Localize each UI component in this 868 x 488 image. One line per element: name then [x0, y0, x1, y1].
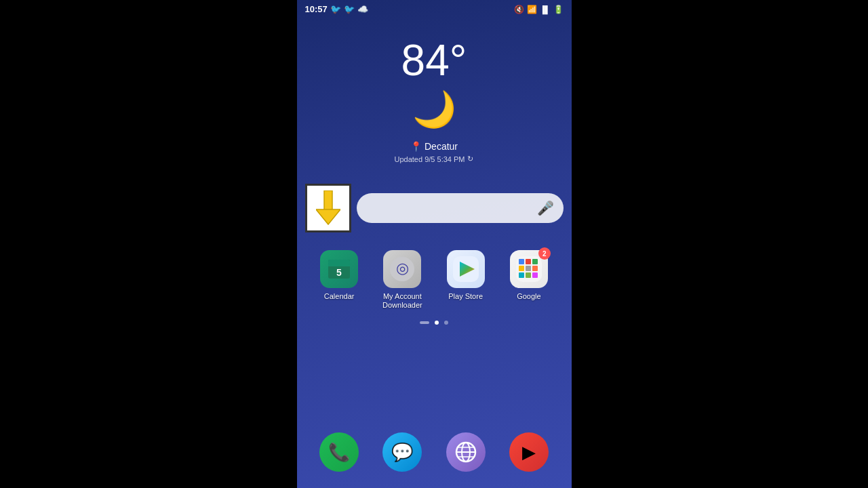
wifi-icon: 📶 — [527, 5, 537, 14]
svg-text:◎: ◎ — [396, 260, 409, 277]
down-arrow-icon — [316, 190, 340, 226]
svg-rect-4 — [328, 260, 350, 265]
google-label: Google — [517, 292, 540, 301]
svg-rect-11 — [519, 259, 524, 264]
svg-rect-13 — [532, 259, 538, 264]
search-row: 🎤 — [297, 177, 572, 239]
page-indicator — [297, 315, 572, 330]
weather-updated: Updated 9/5 5:34 PM ↻ — [395, 155, 474, 163]
app-item-calendar[interactable]: 5 Calendar — [315, 250, 363, 310]
search-bar[interactable]: 🎤 — [357, 193, 564, 223]
signal-icon: ▐▌ — [540, 5, 551, 14]
weather-location: 📍 Decatur — [410, 141, 458, 152]
status-bar: 10:57 🐦 🐦 ☁️ 🔇 📶 ▐▌ 🔋 — [297, 0, 572, 18]
svg-marker-1 — [316, 209, 340, 224]
dock-youtube[interactable]: ▶ — [509, 432, 549, 472]
messages-icon: 💬 — [391, 442, 413, 463]
svg-rect-12 — [526, 259, 531, 264]
calendar-icon: 5 — [320, 250, 358, 288]
location-pin-icon: 📍 — [410, 141, 422, 152]
updated-text: Updated 9/5 5:34 PM — [395, 155, 465, 163]
google-badge: 2 — [538, 247, 551, 260]
page-dot-active — [435, 321, 439, 325]
dock-messages[interactable]: 💬 — [382, 432, 422, 472]
phone-screen: 10:57 🐦 🐦 ☁️ 🔇 📶 ▐▌ 🔋 84° 🌙 📍 Decatur Up… — [297, 0, 572, 488]
location-name: Decatur — [425, 141, 458, 152]
battery-icon: 🔋 — [553, 5, 564, 14]
svg-rect-18 — [526, 272, 531, 278]
moon-icon: 🌙 — [412, 89, 456, 130]
weather-temperature: 84° — [401, 39, 467, 82]
playstore-icon — [447, 250, 485, 288]
arrow-box — [305, 184, 351, 232]
myaccount-label: My Account Downloader — [382, 292, 422, 310]
youtube-icon: ▶ — [522, 442, 536, 463]
myaccount-icon: ◎ — [383, 250, 421, 288]
calendar-label: Calendar — [324, 292, 355, 301]
svg-rect-16 — [532, 266, 538, 271]
svg-rect-15 — [526, 266, 531, 271]
svg-text:5: 5 — [336, 267, 342, 278]
page-dot-inactive — [444, 321, 448, 325]
dock: 📞 💬 ▶ — [297, 422, 572, 488]
svg-rect-0 — [324, 190, 332, 211]
weather-section: 84° 🌙 📍 Decatur Updated 9/5 5:34 PM ↻ — [297, 18, 572, 177]
playstore-label: Play Store — [448, 292, 483, 301]
mic-icon[interactable]: 🎤 — [537, 200, 554, 216]
dock-browser[interactable] — [446, 432, 486, 472]
dock-phone[interactable]: 📞 — [319, 432, 359, 472]
svg-rect-14 — [519, 266, 524, 271]
app-grid: 5 Calendar ◎ My Account Downloader — [297, 239, 572, 315]
phone-icon: 📞 — [328, 442, 350, 463]
refresh-icon: ↻ — [467, 155, 473, 163]
svg-rect-17 — [519, 272, 524, 278]
mute-icon: 🔇 — [514, 5, 524, 14]
twitter-icon-2: 🐦 — [344, 4, 355, 14]
cloud-icon: ☁️ — [357, 4, 368, 14]
page-dot-line — [420, 321, 429, 324]
app-item-google[interactable]: 2 Google — [505, 250, 553, 310]
status-time: 10:57 — [305, 4, 328, 14]
svg-rect-19 — [532, 272, 538, 278]
twitter-icon-1: 🐦 — [330, 4, 341, 14]
app-item-myaccount[interactable]: ◎ My Account Downloader — [378, 250, 427, 310]
app-item-playstore[interactable]: Play Store — [441, 250, 490, 310]
google-icon: 2 — [510, 250, 548, 288]
